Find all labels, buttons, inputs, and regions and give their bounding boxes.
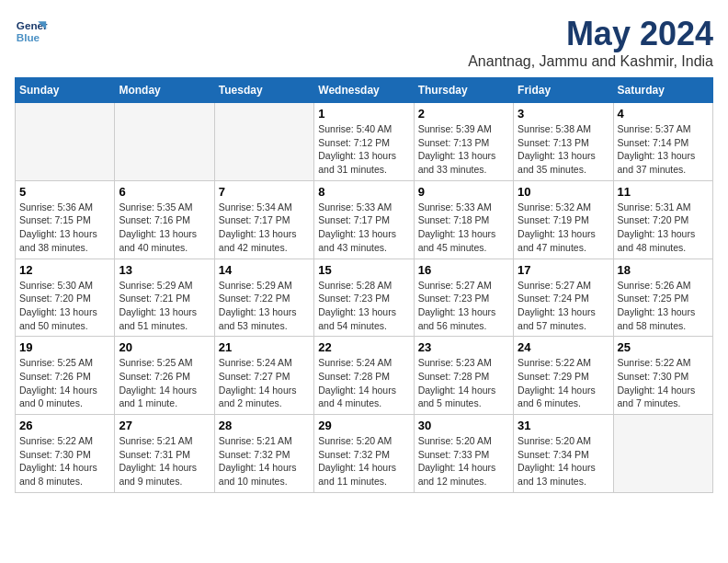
day-cell: 29Sunrise: 5:20 AM Sunset: 7:32 PM Dayli…: [314, 415, 414, 493]
day-info: Sunrise: 5:22 AM Sunset: 7:30 PM Dayligh…: [618, 356, 709, 410]
day-cell: 9Sunrise: 5:33 AM Sunset: 7:18 PM Daylig…: [414, 180, 513, 259]
day-number: 10: [518, 185, 609, 199]
day-number: 4: [618, 107, 709, 121]
day-number: 14: [219, 263, 310, 277]
day-info: Sunrise: 5:35 AM Sunset: 7:16 PM Dayligh…: [119, 201, 210, 255]
day-cell: 1Sunrise: 5:40 AM Sunset: 7:12 PM Daylig…: [314, 103, 414, 181]
day-info: Sunrise: 5:29 AM Sunset: 7:22 PM Dayligh…: [219, 279, 310, 333]
day-cell: 27Sunrise: 5:21 AM Sunset: 7:31 PM Dayli…: [115, 415, 214, 493]
day-cell: 15Sunrise: 5:28 AM Sunset: 7:23 PM Dayli…: [314, 259, 414, 337]
day-info: Sunrise: 5:28 AM Sunset: 7:23 PM Dayligh…: [318, 279, 409, 333]
day-number: 21: [219, 340, 310, 354]
day-cell: 26Sunrise: 5:22 AM Sunset: 7:30 PM Dayli…: [16, 415, 115, 493]
calendar-body: 1Sunrise: 5:40 AM Sunset: 7:12 PM Daylig…: [16, 103, 713, 493]
day-cell: 18Sunrise: 5:26 AM Sunset: 7:25 PM Dayli…: [613, 259, 712, 337]
day-info: Sunrise: 5:21 AM Sunset: 7:32 PM Dayligh…: [219, 434, 310, 488]
day-info: Sunrise: 5:37 AM Sunset: 7:14 PM Dayligh…: [618, 122, 709, 177]
day-cell: 16Sunrise: 5:27 AM Sunset: 7:23 PM Dayli…: [414, 259, 513, 337]
day-cell: 8Sunrise: 5:33 AM Sunset: 7:17 PM Daylig…: [314, 180, 414, 259]
day-cell: [115, 103, 214, 181]
day-number: 29: [318, 419, 409, 432]
week-row-0: 1Sunrise: 5:40 AM Sunset: 7:12 PM Daylig…: [16, 103, 713, 181]
day-number: 20: [119, 340, 210, 354]
month-title: May 2024: [468, 15, 713, 53]
day-cell: 5Sunrise: 5:36 AM Sunset: 7:15 PM Daylig…: [16, 180, 115, 259]
day-number: 26: [19, 419, 110, 432]
title-area: May 2024 Anantnag, Jammu and Kashmir, In…: [468, 15, 713, 70]
day-number: 22: [318, 340, 409, 354]
day-number: 18: [618, 263, 709, 277]
day-cell: [16, 103, 115, 181]
day-info: Sunrise: 5:27 AM Sunset: 7:24 PM Dayligh…: [518, 279, 609, 333]
day-info: Sunrise: 5:33 AM Sunset: 7:17 PM Dayligh…: [318, 201, 409, 255]
svg-text:Blue: Blue: [17, 31, 40, 43]
calendar-table: SundayMondayTuesdayWednesdayThursdayFrid…: [15, 77, 713, 493]
location-title: Anantnag, Jammu and Kashmir, India: [468, 53, 713, 70]
day-info: Sunrise: 5:20 AM Sunset: 7:33 PM Dayligh…: [418, 434, 509, 488]
day-info: Sunrise: 5:22 AM Sunset: 7:29 PM Dayligh…: [518, 356, 609, 410]
day-cell: 25Sunrise: 5:22 AM Sunset: 7:30 PM Dayli…: [613, 337, 712, 415]
day-info: Sunrise: 5:30 AM Sunset: 7:20 PM Dayligh…: [19, 279, 110, 333]
day-cell: 14Sunrise: 5:29 AM Sunset: 7:22 PM Dayli…: [214, 259, 313, 337]
day-info: Sunrise: 5:24 AM Sunset: 7:27 PM Dayligh…: [219, 356, 310, 410]
day-cell: 10Sunrise: 5:32 AM Sunset: 7:19 PM Dayli…: [514, 180, 613, 259]
day-info: Sunrise: 5:31 AM Sunset: 7:20 PM Dayligh…: [618, 201, 709, 255]
day-info: Sunrise: 5:24 AM Sunset: 7:28 PM Dayligh…: [318, 356, 409, 410]
day-cell: [613, 415, 712, 493]
day-cell: 12Sunrise: 5:30 AM Sunset: 7:20 PM Dayli…: [16, 259, 115, 337]
day-cell: [214, 103, 313, 181]
day-number: 25: [618, 340, 709, 354]
day-cell: 22Sunrise: 5:24 AM Sunset: 7:28 PM Dayli…: [314, 337, 414, 415]
day-cell: 23Sunrise: 5:23 AM Sunset: 7:28 PM Dayli…: [414, 337, 513, 415]
day-info: Sunrise: 5:26 AM Sunset: 7:25 PM Dayligh…: [618, 279, 709, 333]
day-number: 13: [119, 263, 210, 277]
day-cell: 7Sunrise: 5:34 AM Sunset: 7:17 PM Daylig…: [214, 180, 313, 259]
day-number: 23: [418, 340, 509, 354]
day-number: 17: [518, 263, 609, 277]
day-number: 11: [618, 185, 709, 199]
day-cell: 6Sunrise: 5:35 AM Sunset: 7:16 PM Daylig…: [115, 180, 214, 259]
day-cell: 30Sunrise: 5:20 AM Sunset: 7:33 PM Dayli…: [414, 415, 513, 493]
day-number: 3: [518, 107, 609, 121]
header-wednesday: Wednesday: [314, 78, 414, 103]
day-number: 28: [219, 419, 310, 432]
header-friday: Friday: [514, 78, 613, 103]
day-number: 7: [219, 185, 310, 199]
day-info: Sunrise: 5:20 AM Sunset: 7:32 PM Dayligh…: [318, 434, 409, 488]
day-info: Sunrise: 5:21 AM Sunset: 7:31 PM Dayligh…: [119, 434, 210, 488]
day-number: 24: [518, 340, 609, 354]
day-cell: 20Sunrise: 5:25 AM Sunset: 7:26 PM Dayli…: [115, 337, 214, 415]
day-cell: 24Sunrise: 5:22 AM Sunset: 7:29 PM Dayli…: [514, 337, 613, 415]
day-number: 2: [418, 107, 509, 121]
day-info: Sunrise: 5:40 AM Sunset: 7:12 PM Dayligh…: [318, 122, 409, 177]
day-number: 27: [119, 419, 210, 432]
day-info: Sunrise: 5:29 AM Sunset: 7:21 PM Dayligh…: [119, 279, 210, 333]
day-cell: 3Sunrise: 5:38 AM Sunset: 7:13 PM Daylig…: [514, 103, 613, 181]
day-number: 5: [19, 185, 110, 199]
day-info: Sunrise: 5:20 AM Sunset: 7:34 PM Dayligh…: [518, 434, 609, 488]
day-number: 9: [418, 185, 509, 199]
logo: General Blue: [15, 15, 48, 48]
day-cell: 17Sunrise: 5:27 AM Sunset: 7:24 PM Dayli…: [514, 259, 613, 337]
day-info: Sunrise: 5:33 AM Sunset: 7:18 PM Dayligh…: [418, 201, 509, 255]
header-monday: Monday: [115, 78, 214, 103]
day-info: Sunrise: 5:36 AM Sunset: 7:15 PM Dayligh…: [19, 201, 110, 255]
header-tuesday: Tuesday: [214, 78, 313, 103]
day-number: 30: [418, 419, 509, 432]
day-number: 16: [418, 263, 509, 277]
day-info: Sunrise: 5:22 AM Sunset: 7:30 PM Dayligh…: [19, 434, 110, 488]
header-sunday: Sunday: [16, 78, 115, 103]
day-info: Sunrise: 5:27 AM Sunset: 7:23 PM Dayligh…: [418, 279, 509, 333]
day-info: Sunrise: 5:25 AM Sunset: 7:26 PM Dayligh…: [19, 356, 110, 410]
day-number: 6: [119, 185, 210, 199]
week-row-4: 26Sunrise: 5:22 AM Sunset: 7:30 PM Dayli…: [16, 415, 713, 493]
day-cell: 13Sunrise: 5:29 AM Sunset: 7:21 PM Dayli…: [115, 259, 214, 337]
day-info: Sunrise: 5:23 AM Sunset: 7:28 PM Dayligh…: [418, 356, 509, 410]
day-cell: 28Sunrise: 5:21 AM Sunset: 7:32 PM Dayli…: [214, 415, 313, 493]
day-info: Sunrise: 5:34 AM Sunset: 7:17 PM Dayligh…: [219, 201, 310, 255]
header-saturday: Saturday: [613, 78, 712, 103]
header-thursday: Thursday: [414, 78, 513, 103]
day-cell: 31Sunrise: 5:20 AM Sunset: 7:34 PM Dayli…: [514, 415, 613, 493]
day-cell: 2Sunrise: 5:39 AM Sunset: 7:13 PM Daylig…: [414, 103, 513, 181]
day-cell: 4Sunrise: 5:37 AM Sunset: 7:14 PM Daylig…: [613, 103, 712, 181]
